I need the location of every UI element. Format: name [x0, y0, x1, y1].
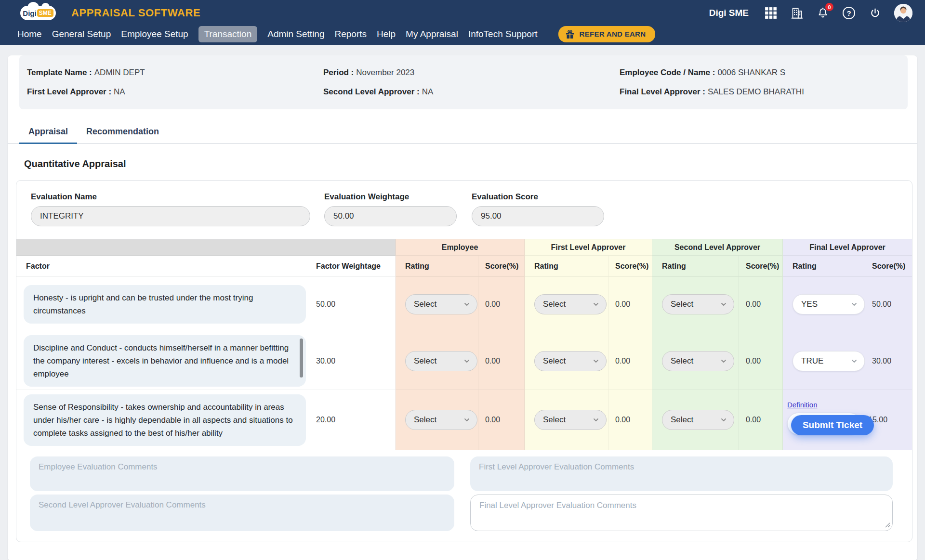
weightage-row3: 20.00 [311, 390, 396, 450]
user-avatar[interactable] [894, 4, 912, 22]
second-rating-select-row1[interactable]: Select [662, 294, 734, 314]
employee-comments-textarea[interactable] [30, 456, 454, 491]
evaluation-weightage-input[interactable] [324, 206, 457, 226]
logo-text: Digi SME [23, 9, 53, 17]
apps-grid-icon[interactable] [764, 6, 778, 20]
second-rating-select-row2[interactable]: Select [662, 351, 734, 371]
factor-rating-table: Employee First Level Approver Second Lev… [16, 239, 912, 450]
factor-text-row1: Honesty - is upright and can be trusted … [24, 285, 306, 324]
evaluation-weightage-group: Evaluation Weightage [324, 192, 457, 226]
col-header-factor: Factor [16, 256, 311, 277]
factor-scrollbar[interactable] [300, 339, 303, 378]
app-header: Digi SME APPRAISAL SOFTWARE Digi SME [0, 0, 925, 45]
content-card: Template Name :ADMIN DEPT Period :Novemb… [8, 55, 917, 560]
second-rating-cell-row3: Select [652, 390, 739, 450]
second-rating-cell-row1: Select [652, 277, 739, 332]
account-name: Digi SME [709, 8, 749, 18]
first-level-comments-textarea[interactable] [470, 456, 893, 491]
final-rating-select-row1[interactable]: YES [793, 294, 865, 314]
evaluation-fields: Evaluation Name Evaluation Weightage Eva… [16, 192, 912, 226]
chevron-down-icon [463, 416, 471, 424]
appraisal-info-bar: Template Name :ADMIN DEPT Period :Novemb… [19, 55, 908, 109]
period-field: Period :November 2023 [323, 68, 620, 78]
evaluation-score-input[interactable] [472, 206, 604, 226]
employee-rating-cell-row3: Select [396, 390, 478, 450]
first-level-approver-field: First Level Approver :NA [27, 87, 323, 97]
logo-digi: Digi [23, 9, 36, 17]
col-header-final-score: Score(%) [865, 256, 912, 277]
col-header-factor-weightage: Factor Weightage [311, 256, 396, 277]
factor-cell-row3: Sense of Responsibility - takes ownershi… [16, 390, 311, 450]
employee-rating-select-row1[interactable]: Select [405, 294, 477, 314]
first-rating-cell-row1: Select [525, 277, 608, 332]
header-actions: Digi SME [709, 4, 912, 22]
refer-and-earn-button[interactable]: REFER AND EARN [558, 26, 656, 42]
tab-appraisal[interactable]: Appraisal [19, 122, 77, 143]
gift-icon [565, 29, 575, 39]
nav-reports[interactable]: Reports [335, 29, 367, 39]
nav-infotech-support[interactable]: InfoTech Support [468, 29, 538, 39]
final-rating-cell-row1: YES [783, 277, 865, 332]
nav-admin-setting[interactable]: Admin Setting [267, 29, 324, 39]
evaluation-score-group: Evaluation Score [472, 192, 604, 226]
quantitative-appraisal-panel: Evaluation Name Evaluation Weightage Eva… [16, 180, 912, 542]
logout-power-icon[interactable] [868, 6, 882, 20]
col-header-first-rating: Rating [525, 256, 608, 277]
employee-score-row2: 0.00 [478, 332, 525, 390]
second-level-approver-field: Second Level Approver :NA [323, 87, 620, 97]
evaluation-name-label: Evaluation Name [31, 192, 310, 202]
nav-my-appraisal[interactable]: My Appraisal [406, 29, 458, 39]
template-name-field: Template Name :ADMIN DEPT [27, 68, 323, 78]
weightage-row1: 50.00 [311, 277, 396, 332]
main-nav: Home General Setup Employee Setup Transa… [0, 23, 925, 45]
group-header-second-level: Second Level Approver [652, 239, 783, 256]
definition-link[interactable]: Definition [787, 401, 818, 409]
employee-rating-select-row2[interactable]: Select [405, 351, 477, 371]
notifications-bell-icon[interactable]: 0 [816, 6, 830, 20]
col-header-final-rating: Rating [783, 256, 865, 277]
company-building-icon[interactable] [790, 6, 804, 20]
chevron-down-icon [720, 357, 727, 365]
evaluation-weightage-label: Evaluation Weightage [324, 192, 457, 202]
factor-text-row3: Sense of Responsibility - takes ownershi… [24, 394, 306, 446]
employee-score-row1: 0.00 [478, 277, 525, 332]
employee-score-row3: 0.00 [478, 390, 525, 450]
help-icon[interactable]: ? [842, 6, 856, 20]
employee-rating-select-row3[interactable]: Select [405, 410, 477, 430]
col-header-second-score: Score(%) [739, 256, 783, 277]
first-rating-cell-row2: Select [525, 332, 608, 390]
employee-code-name-field: Employee Code / Name :0006 SHANKAR S [620, 68, 908, 78]
second-level-comments-textarea[interactable] [30, 495, 454, 531]
first-score-row3: 0.00 [608, 390, 652, 450]
tab-bar: Appraisal Recommendation [8, 122, 917, 144]
final-level-approver-field: Final Level Approver :SALES DEMO BHARATH… [620, 87, 908, 97]
evaluation-name-group: Evaluation Name [31, 192, 310, 226]
final-rating-cell-row2: TRUE [783, 332, 865, 390]
second-score-row3: 0.00 [739, 390, 783, 450]
second-rating-select-row3[interactable]: Select [662, 410, 734, 430]
first-score-row1: 0.00 [608, 277, 652, 332]
nav-employee-setup[interactable]: Employee Setup [121, 29, 188, 39]
nav-transaction[interactable]: Transaction [198, 26, 258, 42]
weightage-row2: 30.00 [311, 332, 396, 390]
factor-cell-row1: Honesty - is upright and can be trusted … [16, 277, 311, 332]
factor-cell-row2: Discipline and Conduct - conducts himsel… [16, 332, 311, 390]
tab-recommendation[interactable]: Recommendation [77, 122, 168, 143]
first-rating-select-row2[interactable]: Select [534, 351, 607, 371]
first-rating-select-row1[interactable]: Select [534, 294, 607, 314]
final-level-comments-textarea[interactable] [470, 495, 893, 531]
notification-badge: 0 [825, 3, 833, 11]
final-rating-select-row2[interactable]: TRUE [793, 351, 865, 371]
nav-general-setup[interactable]: General Setup [52, 29, 111, 39]
final-score-row2: 30.00 [865, 332, 912, 390]
evaluation-name-input[interactable] [31, 206, 310, 226]
nav-home[interactable]: Home [17, 29, 42, 39]
chevron-down-icon [463, 300, 471, 308]
nav-help[interactable]: Help [377, 29, 396, 39]
resize-handle-icon[interactable] [885, 522, 890, 528]
digisme-logo[interactable]: Digi SME [20, 6, 56, 20]
submit-ticket-button[interactable]: Submit Ticket [791, 415, 874, 435]
col-header-first-score: Score(%) [608, 256, 652, 277]
chevron-down-icon [463, 357, 471, 365]
first-rating-select-row3[interactable]: Select [534, 410, 607, 430]
